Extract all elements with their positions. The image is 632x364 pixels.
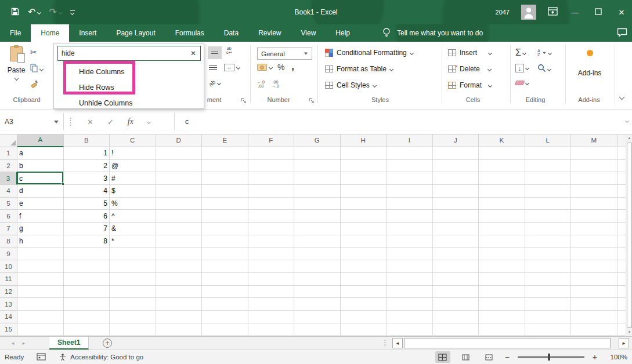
cell-F2[interactable] — [248, 160, 295, 173]
column-header-e[interactable]: E — [202, 134, 248, 147]
comma-style-button[interactable]: , — [291, 60, 294, 72]
column-header-a[interactable]: A — [17, 134, 64, 147]
cell-M3[interactable] — [571, 172, 617, 185]
cell-I12[interactable] — [387, 286, 433, 299]
scroll-left-icon[interactable]: ◄ — [392, 338, 403, 348]
cell-H7[interactable] — [341, 223, 387, 235]
cell-D6[interactable] — [156, 210, 203, 223]
cell-E15[interactable] — [202, 323, 248, 336]
cell-H11[interactable] — [341, 273, 387, 286]
cell-G6[interactable] — [294, 210, 341, 223]
cell-C6[interactable]: ^ — [110, 210, 156, 223]
cell-K15[interactable] — [479, 323, 525, 336]
column-header-f[interactable]: F — [248, 134, 295, 147]
cell-partial-3[interactable] — [617, 172, 626, 185]
cell-G4[interactable] — [294, 185, 341, 198]
cell-B15[interactable] — [64, 323, 110, 336]
enter-icon[interactable]: ✓ — [107, 118, 114, 126]
cell-H4[interactable] — [341, 185, 387, 198]
cell-F12[interactable] — [248, 286, 295, 299]
cell-I1[interactable] — [387, 147, 433, 160]
fill-handle[interactable] — [62, 183, 64, 185]
cell-partial-13[interactable] — [617, 298, 626, 311]
scroll-up-icon[interactable]: ▲ — [626, 134, 632, 142]
cell-C1[interactable]: ! — [110, 147, 156, 160]
row-header-14[interactable]: 14 — [0, 311, 17, 323]
sheet-tab-sheet1[interactable]: Sheet1 — [49, 337, 89, 350]
prev-sheet-icon[interactable]: ◂ — [12, 340, 15, 346]
column-header-g[interactable]: G — [294, 134, 341, 147]
zoom-slider[interactable] — [518, 356, 584, 358]
cell-M6[interactable] — [571, 210, 617, 223]
ribbon-tab-review[interactable]: Review — [248, 24, 291, 42]
cell-L10[interactable] — [525, 260, 572, 273]
cell-L1[interactable] — [525, 147, 572, 160]
row-header-3[interactable]: 3 — [0, 172, 17, 185]
cell-G13[interactable] — [294, 298, 341, 311]
cell-D9[interactable] — [156, 248, 203, 261]
cell-H6[interactable] — [341, 210, 387, 223]
cell-B3[interactable]: 3 — [64, 172, 110, 185]
cell-H2[interactable] — [341, 160, 387, 173]
conditional-formatting-button[interactable]: Conditional Formatting — [325, 49, 413, 57]
cell-B7[interactable]: 7 — [64, 223, 110, 235]
cell-C4[interactable]: $ — [110, 185, 156, 198]
cell-B10[interactable] — [64, 260, 110, 273]
cell-A8[interactable]: h — [17, 235, 64, 248]
cell-partial-7[interactable] — [617, 223, 626, 235]
cell-partial-1[interactable] — [617, 147, 626, 160]
cell-E14[interactable] — [202, 311, 248, 323]
cell-F9[interactable] — [248, 248, 295, 261]
cell-C14[interactable] — [110, 311, 156, 323]
cell-F6[interactable] — [248, 210, 295, 223]
cell-I3[interactable] — [387, 172, 433, 185]
cell-F11[interactable] — [248, 273, 295, 286]
ribbon-tab-data[interactable]: Data — [214, 24, 248, 42]
cell-I9[interactable] — [387, 248, 433, 261]
column-header-i[interactable]: I — [387, 134, 433, 147]
formula-bar-grip[interactable] — [70, 117, 71, 126]
cell-styles-button[interactable]: Cell Styles — [325, 81, 376, 89]
cell-K4[interactable] — [479, 185, 525, 198]
cell-F15[interactable] — [248, 323, 295, 336]
column-header-d[interactable]: D — [156, 134, 203, 147]
cell-D11[interactable] — [156, 273, 203, 286]
align-center-button[interactable] — [208, 46, 222, 59]
close-search-icon[interactable]: ✕ — [186, 49, 200, 57]
cell-partial-10[interactable] — [617, 260, 626, 273]
column-header-partial[interactable] — [617, 134, 626, 147]
cell-F8[interactable] — [248, 235, 295, 248]
cell-A1[interactable]: a — [17, 147, 64, 160]
wrap-text-button[interactable]: abc↩ — [226, 46, 232, 54]
column-header-j[interactable]: J — [433, 134, 479, 147]
cell-A9[interactable] — [17, 248, 64, 261]
dropdown-item-unhide-columns[interactable]: Unhide Columns — [54, 96, 204, 111]
cell-I7[interactable] — [387, 223, 433, 235]
row-header-13[interactable]: 13 — [0, 298, 17, 311]
cell-L6[interactable] — [525, 210, 572, 223]
expand-formula-bar-icon[interactable] — [625, 119, 629, 123]
zoom-out-button[interactable]: − — [505, 352, 510, 362]
cell-B1[interactable]: 1 — [64, 147, 110, 160]
cell-B4[interactable]: 4 — [64, 185, 110, 198]
ribbon-tab-formulas[interactable]: Formulas — [165, 24, 214, 42]
row-header-15[interactable]: 15 — [0, 323, 17, 336]
cell-F10[interactable] — [248, 260, 295, 273]
cell-F13[interactable] — [248, 298, 295, 311]
cell-B8[interactable]: 8 — [64, 235, 110, 248]
cell-C7[interactable]: & — [110, 223, 156, 235]
cell-F7[interactable] — [248, 223, 295, 235]
cell-F1[interactable] — [248, 147, 295, 160]
cell-J8[interactable] — [433, 235, 479, 248]
avatar[interactable] — [521, 5, 536, 20]
row-header-9[interactable]: 9 — [0, 248, 17, 261]
cell-G7[interactable] — [294, 223, 341, 235]
page-break-preview-button[interactable] — [482, 351, 497, 363]
cell-E10[interactable] — [202, 260, 248, 273]
cell-G8[interactable] — [294, 235, 341, 248]
cell-A14[interactable] — [17, 311, 64, 323]
cell-M5[interactable] — [571, 198, 617, 210]
increase-decimal-button[interactable]: ←.0.00 — [257, 80, 265, 88]
cell-J12[interactable] — [433, 286, 479, 299]
cell-A3[interactable]: c — [17, 172, 64, 185]
